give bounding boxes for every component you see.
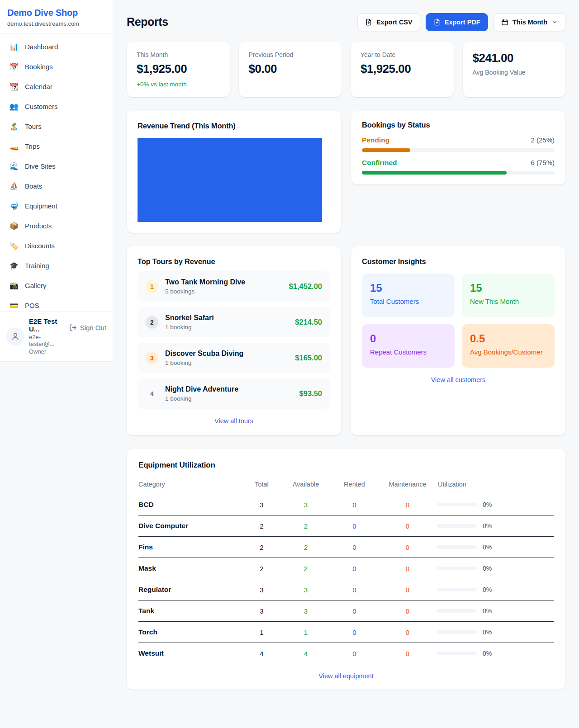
speedboat-icon: 🚤 [9, 142, 19, 151]
cell-maintenance: 0 [378, 600, 437, 622]
sidebar-item-label: Bookings [25, 63, 53, 71]
view-all-equipment-link[interactable]: View all equipment [138, 672, 554, 680]
column-header: Utilization [437, 476, 554, 494]
calendar-icon [501, 19, 508, 26]
package-icon: 📦 [9, 222, 19, 230]
tour-amount: $1,452.00 [289, 282, 322, 291]
sidebar-item-trips[interactable]: 🚤 Trips [5, 138, 108, 154]
utilization-bar [437, 588, 477, 591]
cell-rented: 0 [331, 515, 378, 537]
utilization-bar [437, 652, 477, 655]
sidebar-item-label: Discounts [25, 242, 55, 250]
cell-rented: 0 [331, 494, 378, 515]
sidebar-item-boats[interactable]: ⛵ Boats [5, 178, 108, 194]
export-csv-button[interactable]: Export CSV [357, 13, 420, 31]
utilization-percent: 0% [483, 522, 492, 529]
tile-label: Avg Bookings/Customer [470, 348, 546, 356]
cell-utilization: 0% [437, 537, 554, 558]
sidebar-item-label: Customers [25, 103, 58, 110]
sidebar-item-gallery[interactable]: 📸 Gallery [5, 277, 108, 293]
tile-new-this-month: 15 New This Month [462, 274, 555, 317]
insights-grid: 15 Total Customers 15 New This Month 0 R… [362, 274, 555, 368]
credit-card-icon: 💳 [9, 301, 19, 310]
sidebar-item-tours[interactable]: 🏝️ Tours [5, 118, 108, 134]
tour-row: 4 Night Dive Adventure 1 booking $93.50 [138, 378, 330, 409]
main-content: Reports Export CSV Export PDF This Month… [113, 0, 579, 690]
cell-rented: 0 [331, 579, 378, 600]
stat-label: Previous Period [249, 51, 332, 58]
utilization-bar [437, 503, 477, 506]
cell-utilization: 0% [437, 515, 554, 537]
equipment-table-header: Category Total Available Rented Maintena… [138, 476, 554, 494]
table-row: Mask 2 2 0 0 0% [138, 558, 554, 579]
page-header: Reports Export CSV Export PDF This Month [127, 13, 565, 31]
view-all-tours-link[interactable]: View all tours [138, 417, 330, 425]
cell-utilization: 0% [437, 558, 554, 579]
sidebar-item-pos[interactable]: 💳 POS [5, 297, 108, 313]
sidebar-item-dashboard[interactable]: 📊 Dashboard [5, 38, 108, 55]
cell-available: 4 [281, 643, 331, 664]
sidebar-nav: 📊 Dashboard 📅 Bookings 📆 Calendar 👥 Cust… [0, 33, 113, 321]
cell-maintenance: 0 [378, 494, 437, 515]
sidebar-item-label: Trips [25, 142, 40, 150]
utilization-percent: 0% [483, 629, 492, 636]
shop-name: Demo Dive Shop [7, 8, 105, 18]
column-header: Available [281, 476, 331, 494]
tile-value: 0.5 [470, 332, 546, 345]
rank-badge: 4 [146, 388, 158, 400]
cell-available: 3 [281, 600, 331, 622]
bookings-by-status-title: Bookings by Status [362, 121, 555, 129]
sidebar-item-training[interactable]: 🎓 Training [5, 257, 108, 274]
column-header: Category [138, 476, 242, 494]
sidebar-item-dive-sites[interactable]: 🌊 Dive Sites [5, 158, 108, 174]
export-pdf-button[interactable]: Export PDF [426, 13, 488, 31]
period-select[interactable]: This Month [494, 13, 565, 31]
cell-category: Mask [138, 558, 242, 579]
sidebar-item-bookings[interactable]: 📅 Bookings [5, 58, 108, 75]
sidebar-item-equipment[interactable]: 🤿 Equipment [5, 198, 108, 214]
cell-rented: 0 [331, 537, 378, 558]
cell-available: 3 [281, 579, 331, 600]
progress-track [362, 148, 555, 152]
table-row: Wetsuit 4 4 0 0 0% [138, 643, 554, 664]
cell-category: Fins [138, 537, 242, 558]
cell-category: Torch [138, 622, 242, 643]
cell-rented: 0 [331, 643, 378, 664]
sidebar-item-customers[interactable]: 👥 Customers [5, 98, 108, 114]
tour-amount: $214.50 [295, 318, 322, 326]
diving-mask-icon: 🤿 [9, 202, 19, 210]
cell-category: Wetsuit [138, 643, 242, 664]
cell-maintenance: 0 [378, 515, 437, 537]
sign-out-label: Sign Out [80, 324, 106, 331]
cell-rented: 0 [331, 622, 378, 643]
stat-value: $1,925.00 [361, 62, 444, 76]
tour-row: 1 Two Tank Morning Dive 5 bookings $1,45… [138, 271, 330, 302]
tour-amount: $93.50 [299, 389, 322, 398]
stat-value: $241.00 [473, 51, 556, 65]
status-row-pending: Pending 2 (25%) [362, 136, 555, 152]
table-row: Regulator 3 3 0 0 0% [138, 579, 554, 600]
sidebar-item-calendar[interactable]: 📆 Calendar [5, 78, 108, 95]
sign-out-button[interactable]: Sign Out [69, 324, 106, 331]
tour-bookings: 1 booking [165, 395, 238, 402]
export-csv-label: Export CSV [376, 19, 413, 26]
cell-utilization: 0% [437, 600, 554, 622]
sidebar-item-discounts[interactable]: 🏷️ Discounts [5, 237, 108, 254]
tile-value: 15 [370, 282, 446, 294]
file-download-icon [365, 19, 372, 26]
utilization-percent: 0% [483, 586, 492, 593]
sidebar-item-label: Products [25, 222, 52, 230]
sidebar-item-label: Calendar [25, 83, 52, 90]
tour-name: Discover Scuba Diving [165, 350, 243, 358]
view-all-customers-link[interactable]: View all customers [362, 376, 555, 383]
tile-total-customers: 15 Total Customers [362, 274, 455, 317]
customer-insights-title: Customer Insights [362, 257, 555, 266]
status-row-confirmed: Confirmed 6 (75%) [362, 159, 555, 175]
sidebar-item-products[interactable]: 📦 Products [5, 217, 108, 234]
stat-delta: +0% vs last month [137, 81, 220, 88]
sidebar-user-panel: E2E Test U... e2e-tester@... Owner Sign … [0, 312, 113, 361]
tour-amount: $165.00 [295, 354, 322, 362]
utilization-bar [437, 524, 477, 528]
stat-card-year-to-date: Year to Date $1,925.00 [351, 42, 454, 97]
utilization-bar [437, 567, 477, 570]
